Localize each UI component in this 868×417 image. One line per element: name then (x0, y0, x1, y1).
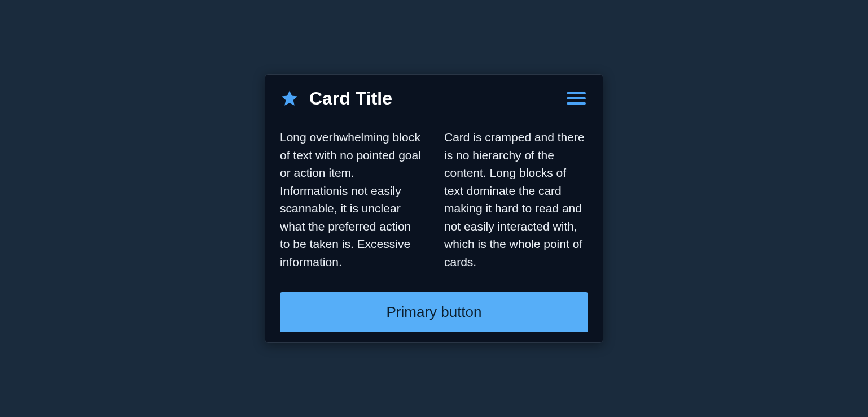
card-header-left: Card Title (280, 89, 392, 108)
menu-button[interactable] (564, 90, 588, 107)
card-header: Card Title (280, 89, 588, 108)
star-icon (280, 89, 299, 108)
card-body: Long overhwhelming block of text with no… (280, 128, 588, 271)
hamburger-bar (567, 97, 586, 99)
hamburger-bar (567, 102, 586, 105)
card: Card Title Long overhwhelming block of t… (265, 74, 603, 343)
card-body-column-1: Long overhwhelming block of text with no… (280, 128, 424, 271)
hamburger-bar (567, 92, 586, 94)
card-body-column-2: Card is cramped and there is no hierarch… (444, 128, 588, 271)
card-title: Card Title (309, 89, 392, 107)
primary-button[interactable]: Primary button (280, 292, 588, 332)
